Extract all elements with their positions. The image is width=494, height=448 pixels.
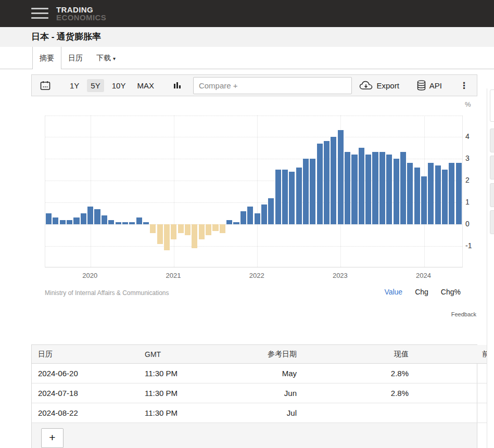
table-body: 2024-06-2011:30 PMMay2.8%2.5%2024-07-181… — [32, 364, 494, 423]
table-header-row: 日历GMT参考日期现值前次数据共识 — [32, 345, 494, 364]
h-gridline — [45, 116, 462, 116]
chart-bar — [331, 137, 336, 224]
chart-bar — [171, 224, 176, 239]
chart-bar — [206, 224, 211, 235]
h-gridline — [45, 246, 462, 247]
range-10y-button[interactable]: 10Y — [108, 79, 130, 92]
chart-bar — [226, 220, 232, 224]
side-button-cutoff — [490, 183, 494, 207]
y-axis-tick-label: 0 — [465, 220, 470, 228]
table-cell: 2.8% — [330, 383, 443, 403]
chart-source-label: Ministry of Internal Affairs & Communica… — [45, 289, 169, 297]
side-widget-cutoff — [490, 89, 494, 122]
app-header: TRADING ECONOMICS — [0, 0, 494, 27]
chart-bar — [442, 170, 448, 224]
range-1y-button[interactable]: 1Y — [66, 79, 83, 92]
brand-logo[interactable]: TRADING ECONOMICS — [56, 6, 106, 21]
table-header-cell: 现值 — [330, 345, 443, 364]
table-header-cell: 参考日期 — [229, 345, 330, 364]
chart-bar — [255, 213, 260, 224]
chart-bar — [185, 224, 191, 235]
y-axis-tick-label: 1 — [465, 198, 470, 206]
chart-bar — [233, 222, 239, 224]
value-link[interactable]: Value — [384, 288, 402, 296]
chart-bar — [87, 207, 93, 224]
chart-bar — [449, 163, 454, 224]
api-label: API — [429, 81, 442, 90]
y-axis-tick-label: 3 — [465, 154, 470, 162]
chart-bar — [386, 155, 392, 224]
logo-line-1: TRADING — [56, 6, 106, 14]
export-button[interactable]: Export — [359, 81, 399, 90]
bar-chart-icon[interactable] — [173, 81, 182, 89]
chart-plot-area[interactable] — [45, 116, 463, 267]
chart-bar — [67, 220, 72, 224]
table-footer: + — [32, 423, 477, 448]
tab-summary[interactable]: 摘要 — [32, 47, 61, 69]
table-cell: 2.8% — [330, 364, 443, 383]
table-cell: May — [229, 364, 330, 383]
range-max-button[interactable]: MAX — [133, 79, 158, 92]
chart-bar — [372, 152, 378, 224]
h-gridline — [45, 159, 462, 159]
chart-bar — [317, 144, 323, 224]
x-axis-tick-label: 2022 — [241, 272, 272, 279]
chart-bar — [178, 224, 184, 233]
side-button-cutoff — [490, 210, 494, 234]
chg-pct-link[interactable]: Chg% — [441, 288, 461, 296]
table-row: 2024-07-1811:30 PMJun2.8%2.8% — [32, 383, 494, 403]
side-button-cutoff — [490, 156, 494, 180]
series-mode-links: Value Chg Chg% — [372, 288, 461, 296]
api-button[interactable]: API — [417, 80, 442, 91]
title-bar: 日本 - 通货膨胀率 — [0, 27, 494, 47]
chart-bar — [351, 155, 357, 224]
chart-bar — [199, 224, 205, 239]
chart-bar — [407, 163, 413, 224]
chart-bar — [150, 224, 156, 233]
chart-bar — [359, 148, 364, 224]
compare-input[interactable] — [193, 77, 352, 94]
database-icon — [417, 80, 426, 91]
h-gridline — [45, 137, 462, 137]
chart-bar — [220, 224, 225, 233]
table-cell: 11:30 PM — [144, 364, 229, 383]
calendar-icon[interactable] — [40, 81, 50, 91]
chart-bar — [240, 211, 246, 224]
range-5y-button[interactable]: 5Y — [87, 79, 104, 92]
table-cell: 11:30 PM — [144, 383, 229, 403]
x-axis-tick-label: 2023 — [324, 272, 356, 279]
feedback-link[interactable]: Feedback — [451, 311, 476, 317]
chart-panel: % 43210-1 20202021202220232024 Ministry … — [31, 96, 477, 320]
chart-bar — [212, 224, 218, 231]
chart-bar — [157, 224, 163, 244]
chart-bar — [164, 224, 170, 250]
y-axis-tick-label: 4 — [465, 132, 470, 140]
table-cell: Jul — [229, 403, 330, 423]
chart-bar — [421, 176, 427, 224]
x-axis-tick-label: 2021 — [158, 272, 189, 279]
kebab-menu-icon[interactable]: ⋮ — [460, 80, 468, 91]
add-row-button[interactable]: + — [41, 428, 64, 448]
tab-summary-label: 摘要 — [40, 54, 54, 62]
page: TRADING ECONOMICS 日本 - 通货膨胀率 摘要 日历 下载▾ — [0, 0, 494, 448]
h-gridline — [45, 224, 462, 225]
hamburger-menu-icon[interactable] — [31, 8, 48, 19]
chart-bar — [400, 152, 406, 224]
chart-bar — [268, 198, 274, 224]
chart-bar — [428, 163, 434, 224]
chart-bar — [338, 130, 344, 224]
chart-bar — [261, 204, 267, 224]
chg-link[interactable]: Chg — [415, 288, 428, 296]
chart-bar — [414, 168, 420, 224]
chart-bar — [102, 215, 107, 224]
table-header-cell: 日历 — [32, 345, 144, 364]
cloud-download-icon — [359, 81, 373, 90]
chart-bar — [310, 159, 315, 224]
tab-download[interactable]: 下载▾ — [90, 47, 122, 69]
h-gridline — [45, 181, 462, 181]
chart-toolbar: 1Y 5Y 10Y MAX Export — [31, 74, 477, 96]
y-axis-unit-label: % — [465, 100, 471, 108]
chart-bar — [122, 222, 128, 224]
tab-calendar[interactable]: 日历 — [61, 47, 90, 69]
chart-bar — [108, 220, 114, 224]
